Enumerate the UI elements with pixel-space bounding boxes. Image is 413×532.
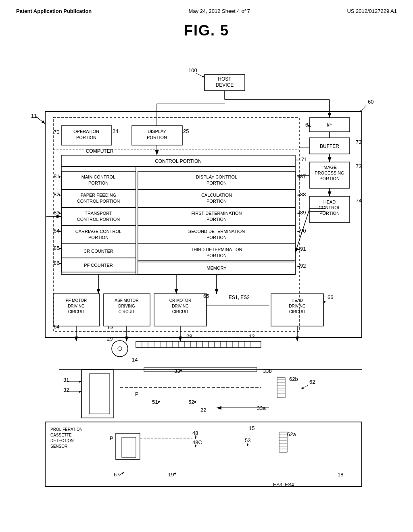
svg-rect-12: [45, 112, 362, 337]
svg-line-193: [301, 385, 309, 389]
svg-text:62a: 62a: [287, 431, 296, 437]
svg-text:85: 85: [54, 245, 59, 251]
svg-text:FIRST DETERMINATION: FIRST DETERMINATION: [192, 211, 242, 216]
page: Patent Application Publication May 24, 2…: [0, 0, 413, 532]
svg-text:CALCULATION: CALCULATION: [201, 193, 232, 197]
svg-point-168: [118, 347, 122, 351]
svg-text:P: P: [135, 391, 139, 397]
svg-text:CARRIAGE CONTROL: CARRIAGE CONTROL: [75, 229, 121, 234]
svg-text:32: 32: [63, 387, 69, 393]
svg-text:PROLIFERATION: PROLIFERATION: [50, 427, 83, 432]
svg-rect-208: [122, 437, 136, 457]
svg-text:DISPLAY: DISPLAY: [148, 129, 166, 134]
svg-text:87: 87: [300, 173, 306, 179]
header-right: US 2012/0127229 A1: [347, 8, 397, 14]
svg-text:P: P: [110, 435, 113, 441]
svg-text:81: 81: [54, 173, 59, 179]
svg-text:CR COUNTER: CR COUNTER: [83, 249, 113, 254]
svg-rect-218: [279, 432, 287, 452]
svg-text:CONTROL PORTION: CONTROL PORTION: [77, 217, 120, 222]
header: Patent Application Publication May 24, 2…: [16, 8, 397, 14]
svg-text:PAPER FEEDING: PAPER FEEDING: [81, 193, 116, 197]
svg-text:CONTROL PORTION: CONTROL PORTION: [77, 199, 120, 204]
svg-text:ASF MOTOR: ASF MOTOR: [115, 298, 138, 303]
svg-text:72: 72: [356, 139, 361, 145]
svg-text:19: 19: [168, 472, 174, 478]
svg-text:DRIVING: DRIVING: [289, 304, 306, 308]
svg-rect-145: [136, 341, 261, 347]
svg-text:PORTION: PORTION: [319, 176, 340, 181]
svg-text:62: 62: [309, 379, 315, 385]
svg-text:70: 70: [54, 129, 59, 135]
svg-text:88: 88: [300, 191, 306, 197]
svg-text:24: 24: [113, 128, 118, 134]
svg-text:PORTION: PORTION: [88, 181, 108, 185]
svg-line-226: [119, 472, 124, 476]
svg-text:ES3, ES4: ES3, ES4: [273, 482, 294, 488]
svg-text:OPERATION: OPERATION: [73, 129, 99, 134]
svg-rect-174: [90, 374, 110, 414]
svg-text:PORTION: PORTION: [206, 199, 227, 204]
svg-line-142: [323, 300, 326, 303]
svg-text:100: 100: [188, 67, 197, 73]
svg-text:SECOND DETERMINATION: SECOND DETERMINATION: [188, 229, 245, 234]
svg-text:66: 66: [327, 294, 333, 300]
svg-text:91: 91: [300, 246, 306, 252]
svg-text:SENSOR: SENSOR: [50, 444, 67, 449]
svg-text:63: 63: [108, 324, 113, 330]
header-center: May 24, 2012 Sheet 4 of 7: [189, 8, 250, 14]
svg-text:PORTION: PORTION: [88, 235, 108, 240]
svg-text:86: 86: [54, 260, 59, 266]
svg-text:PORTION: PORTION: [206, 181, 227, 185]
svg-text:83: 83: [54, 210, 59, 216]
svg-text:82: 82: [54, 191, 59, 197]
svg-text:PORTION: PORTION: [206, 253, 227, 258]
svg-text:HEAD: HEAD: [292, 298, 303, 303]
svg-text:67: 67: [114, 472, 119, 478]
svg-text:CIRCUIT: CIRCUIT: [119, 310, 135, 314]
svg-text:25: 25: [183, 128, 189, 134]
svg-text:I/F: I/F: [327, 122, 332, 128]
svg-rect-173: [81, 370, 114, 418]
svg-text:CONTROL PORTION: CONTROL PORTION: [155, 158, 202, 164]
svg-text:60: 60: [368, 99, 373, 105]
svg-text:MEMORY: MEMORY: [206, 266, 227, 270]
svg-text:74: 74: [356, 197, 361, 204]
svg-text:89: 89: [300, 210, 306, 216]
svg-text:PORTION: PORTION: [147, 135, 167, 140]
svg-text:BUFFER: BUFFER: [320, 143, 339, 149]
svg-text:62b: 62b: [289, 376, 298, 382]
svg-text:PROCESSING: PROCESSING: [315, 170, 344, 175]
svg-text:53: 53: [245, 437, 250, 443]
svg-text:31: 31: [63, 377, 69, 383]
svg-text:CASSETTE: CASSETTE: [50, 433, 72, 437]
figure-title: FIG. 5: [16, 22, 397, 39]
svg-text:64: 64: [54, 324, 59, 330]
svg-text:52: 52: [188, 399, 194, 405]
svg-text:22: 22: [200, 407, 206, 413]
svg-text:92: 92: [300, 263, 306, 269]
svg-point-167: [112, 341, 128, 357]
svg-text:DETECTION: DETECTION: [50, 438, 74, 443]
svg-text:PF MOTOR: PF MOTOR: [66, 298, 87, 303]
svg-text:11: 11: [31, 113, 37, 119]
svg-text:IMAGE: IMAGE: [322, 165, 336, 170]
svg-text:CIRCUIT: CIRCUIT: [172, 310, 189, 314]
svg-text:DRIVING: DRIVING: [172, 304, 189, 308]
svg-text:ES1, ES2: ES1, ES2: [229, 295, 250, 300]
svg-text:48: 48: [192, 430, 198, 436]
svg-line-4: [36, 116, 45, 124]
diagram-svg: 11 100 HOST DEVICE 60 I/F 61: [19, 47, 394, 511]
svg-text:DRIVING: DRIVING: [118, 304, 135, 308]
svg-text:33: 33: [174, 368, 180, 374]
svg-line-6: [196, 73, 204, 77]
svg-text:13: 13: [249, 333, 254, 339]
svg-text:TRANSPORT: TRANSPORT: [85, 211, 112, 216]
svg-text:33a: 33a: [257, 405, 266, 411]
svg-text:73: 73: [356, 163, 361, 169]
svg-text:CR MOTOR: CR MOTOR: [169, 298, 191, 303]
svg-text:THIRD DETERMINATION: THIRD DETERMINATION: [191, 247, 242, 252]
svg-text:14: 14: [132, 357, 138, 363]
svg-text:65: 65: [203, 293, 209, 299]
svg-text:18: 18: [338, 472, 343, 478]
